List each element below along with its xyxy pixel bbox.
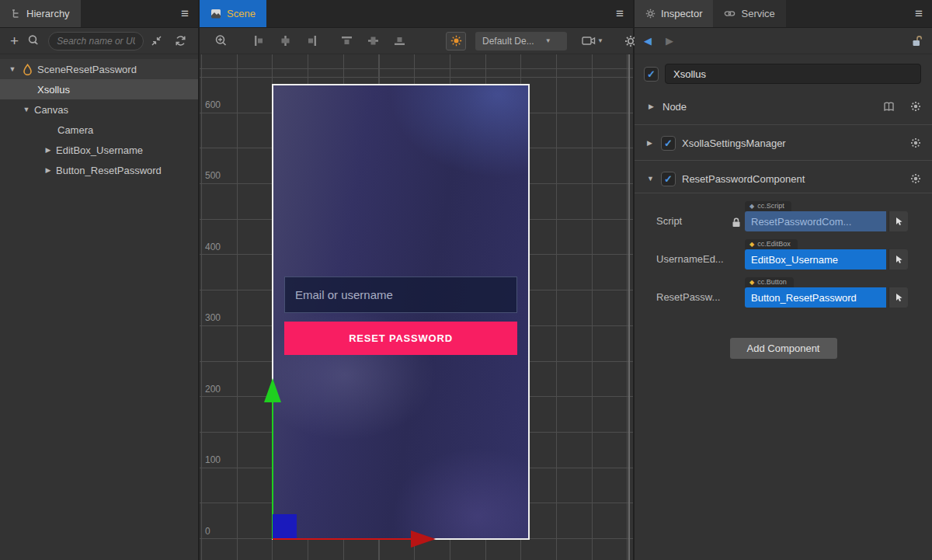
- unlock-icon[interactable]: [911, 35, 923, 47]
- node-settings-gear-icon[interactable]: [910, 101, 921, 112]
- tree-item-label: Xsollus: [37, 84, 70, 96]
- editor-window: Hierarchy ≡ + ▼: [0, 0, 932, 560]
- tree-item-xsollus[interactable]: Xsollus: [0, 79, 198, 99]
- design-canvas[interactable]: Email or username RESET PASSWORD: [272, 84, 530, 540]
- scene-strip-spacer: [266, 0, 607, 27]
- ruler-label: 0: [205, 525, 210, 537]
- zoom-tool-icon[interactable]: [212, 33, 229, 50]
- align-center-horizontal-icon[interactable]: [276, 33, 294, 50]
- collapse-arrow-icon[interactable]: ▶: [647, 139, 655, 147]
- x-axis-gizmo[interactable]: [273, 538, 411, 540]
- hierarchy-strip-spacer: [81, 0, 172, 27]
- hierarchy-panel: Hierarchy ≡ + ▼: [0, 0, 200, 560]
- tree-item-editbox-username[interactable]: ▶ EditBox_Username: [0, 140, 198, 160]
- node-name-input[interactable]: Xsollus: [665, 64, 921, 84]
- expand-arrow-icon[interactable]: ▼: [22, 106, 31, 113]
- search-filter-button[interactable]: [27, 34, 40, 47]
- reference-picker-button[interactable]: [889, 211, 908, 231]
- tab-hierarchy-label: Hierarchy: [26, 8, 70, 19]
- ruler-label: 500: [205, 169, 221, 182]
- component-enabled-checkbox[interactable]: ✓: [661, 136, 676, 151]
- ruler-label: 400: [205, 241, 221, 253]
- tree-item-button-resetpassword[interactable]: ▶ Button_ResetPassword: [0, 160, 198, 180]
- ruler-label: 100: [205, 454, 221, 466]
- component-header-reset-password[interactable]: ▼ ✓ ResetPasswordComponent: [635, 168, 932, 190]
- hierarchy-tree: ▼ SceneResetPassword Xsollus ▼ Canvas Ca…: [0, 54, 198, 180]
- ruler-label: 600: [205, 99, 221, 111]
- scene-toolbar: Default De... ▼ ▼ ▼: [200, 28, 633, 54]
- refresh-icon[interactable]: [172, 33, 188, 50]
- username-editbox-reference-value: EditBox_Username: [751, 254, 838, 266]
- tab-hierarchy[interactable]: Hierarchy: [0, 0, 81, 27]
- origin-anchor-square[interactable]: [273, 514, 297, 538]
- align-right-icon[interactable]: [303, 33, 320, 50]
- tree-item-canvas[interactable]: ▼ Canvas: [0, 99, 198, 120]
- device-dropdown-value: Default De...: [482, 36, 534, 47]
- x-axis-arrowhead[interactable]: [411, 530, 436, 548]
- collapse-arrow-icon[interactable]: ▶: [43, 146, 53, 154]
- align-middle-vertical-icon[interactable]: [364, 33, 381, 50]
- gizmo-light-toggle[interactable]: [446, 32, 466, 50]
- hierarchy-search-box[interactable]: [48, 32, 144, 50]
- tab-service[interactable]: Service: [713, 0, 785, 27]
- ruler-label: 200: [205, 383, 221, 395]
- scene-menu-icon[interactable]: ≡: [607, 0, 633, 27]
- chevron-down-icon: ▼: [545, 37, 551, 44]
- expand-arrow-icon[interactable]: ▼: [8, 65, 17, 73]
- component-header-settings-manager[interactable]: ▶ ✓ XsollaSettingsManager: [635, 132, 932, 154]
- collapse-all-icon[interactable]: [148, 33, 164, 50]
- reference-picker-button[interactable]: [889, 287, 908, 308]
- y-axis-arrowhead[interactable]: [264, 378, 281, 402]
- tree-item-camera[interactable]: Camera: [0, 120, 198, 140]
- hierarchy-toolbar: +: [0, 28, 198, 54]
- hierarchy-search-input[interactable]: [57, 36, 135, 47]
- align-bottom-icon[interactable]: [391, 33, 408, 50]
- reset-button-reference-field[interactable]: Button_ResetPassword: [745, 287, 886, 308]
- node-active-checkbox[interactable]: ✓: [644, 67, 659, 82]
- collapse-arrow-icon[interactable]: ▶: [649, 103, 658, 110]
- type-tag: ◆ cc.Script: [745, 201, 791, 211]
- chevron-down-icon: ▼: [597, 37, 603, 44]
- section-divider: [635, 124, 932, 125]
- type-tag-label: cc.Script: [757, 202, 784, 210]
- hierarchy-icon: [11, 9, 21, 19]
- tab-service-label: Service: [741, 8, 774, 19]
- align-top-icon[interactable]: [338, 33, 355, 50]
- hierarchy-menu-icon[interactable]: ≡: [172, 0, 198, 27]
- node-section-header[interactable]: ▶ Node: [635, 95, 932, 118]
- reset-password-button-preview[interactable]: RESET PASSWORD: [284, 322, 517, 355]
- scene-flame-icon: [20, 64, 34, 75]
- tab-scene[interactable]: Scene: [200, 0, 266, 27]
- history-back-icon[interactable]: ◀: [644, 35, 666, 47]
- component-gear-icon[interactable]: [910, 173, 921, 184]
- prefab-book-icon[interactable]: [883, 102, 895, 112]
- inspector-menu-icon[interactable]: ≡: [906, 0, 932, 27]
- property-label: ResetPassw...: [656, 291, 745, 308]
- component-name-label: XsollaSettingsManager: [682, 137, 786, 149]
- tree-item-label: SceneResetPassword: [37, 64, 137, 75]
- editbox-username-preview[interactable]: Email or username: [284, 277, 517, 313]
- create-node-button[interactable]: +: [6, 33, 23, 50]
- type-diamond-icon: ◆: [749, 278, 754, 287]
- type-tag: ◆ cc.Button: [745, 277, 794, 287]
- tab-inspector[interactable]: Inspector: [635, 0, 713, 27]
- tree-item-label: EditBox_Username: [56, 144, 143, 156]
- username-editbox-reference-field[interactable]: EditBox_Username: [745, 249, 886, 270]
- scene-image-icon: [210, 9, 221, 19]
- inspector-panel: Inspector Service ≡ ◀ ▶ ✓ Xsoll: [635, 0, 932, 560]
- script-reference-field[interactable]: ResetPasswordCom...: [745, 211, 886, 231]
- device-dropdown[interactable]: Default De... ▼: [475, 32, 567, 50]
- property-row-username-editbox: UsernameEd... ◆ cc.EditBox EditBox_Usern…: [656, 239, 921, 270]
- history-forward-icon[interactable]: ▶: [666, 35, 687, 47]
- component-enabled-checkbox[interactable]: ✓: [661, 172, 676, 186]
- scene-viewport[interactable]: 600 500 400 300 200 100 0 Email or usern…: [200, 54, 633, 560]
- reference-picker-button[interactable]: [889, 249, 908, 270]
- tree-item-scene[interactable]: ▼ SceneResetPassword: [0, 59, 198, 79]
- add-component-button[interactable]: Add Component: [730, 338, 837, 359]
- section-divider: [635, 193, 932, 193]
- component-gear-icon[interactable]: [910, 137, 921, 148]
- camera-view-dropdown[interactable]: ▼: [579, 33, 606, 50]
- collapse-arrow-icon[interactable]: ▶: [43, 166, 53, 174]
- expand-arrow-icon[interactable]: ▼: [647, 175, 655, 183]
- align-left-icon[interactable]: [250, 33, 267, 50]
